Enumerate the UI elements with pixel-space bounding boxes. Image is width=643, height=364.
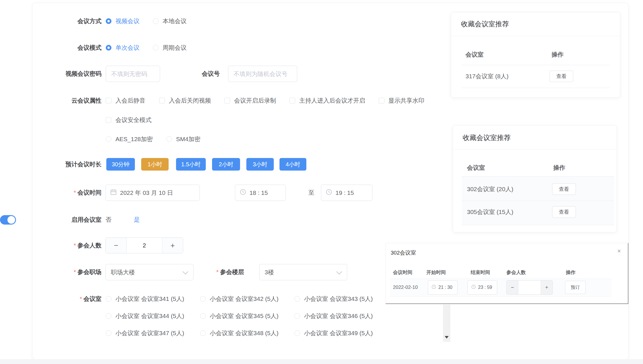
scrollbar-down-arrow-icon[interactable] xyxy=(445,336,449,339)
radio-icon[interactable] xyxy=(106,313,111,319)
checkbox-icon[interactable] xyxy=(106,117,111,123)
start-time-picker[interactable]: 18 : 15 xyxy=(235,185,286,201)
duration-30min-button[interactable]: 30分钟 xyxy=(106,158,135,171)
radio-icon[interactable] xyxy=(106,330,111,336)
favorites-top-col-room: 会议室 xyxy=(466,51,484,59)
radio-icon[interactable] xyxy=(166,136,172,142)
checkbox-share-watermark[interactable]: 显示共享水印 xyxy=(379,97,424,105)
enable-room-no-label-wrap: 否 xyxy=(105,216,111,224)
required-mark: * xyxy=(74,189,76,196)
page: 会议方式 视频会议 本地会议 会议模式 单次会议 周期会议 视频会议密码 会议号… xyxy=(0,0,643,364)
room-option-label: 小会议室 会议室348 (5人) xyxy=(210,329,278,337)
radio-icon[interactable] xyxy=(294,330,300,336)
popup-start-time-value: 21 : 30 xyxy=(438,285,452,290)
duration-3h-button[interactable]: 3小时 xyxy=(246,158,274,171)
radio-single-meeting[interactable]: 单次会议 xyxy=(106,44,139,52)
popup-title: 302会议室 xyxy=(391,249,416,257)
scrollbar-track[interactable] xyxy=(443,305,450,342)
radio-icon[interactable] xyxy=(106,136,111,142)
workplace-select[interactable]: 职场大楼 xyxy=(105,264,193,280)
meeting-no-input[interactable] xyxy=(228,66,297,82)
cloud-attrs-label: 云会议属性 xyxy=(71,97,101,105)
radio-room-347[interactable]: 小会议室 会议室347 (5人) xyxy=(106,329,184,337)
radio-single-meeting-label: 单次会议 xyxy=(115,44,139,52)
view-room-317-button[interactable]: 查看 xyxy=(550,71,573,82)
workplace-label-text: 参会职场 xyxy=(77,269,101,275)
meeting-time-label-text: 会议时间 xyxy=(77,189,101,196)
radio-room-345[interactable]: 小会议室 会议室345 (5人) xyxy=(200,312,278,320)
room-option-label: 小会议室 会议室347 (5人) xyxy=(115,329,184,337)
page-bottom-strip xyxy=(0,359,643,364)
popup-end-time-picker[interactable]: 23 : 59 xyxy=(468,280,497,295)
radio-room-346[interactable]: 小会议室 会议室346 (5人) xyxy=(294,312,373,320)
checkbox-video-off-on-join[interactable]: 入会后关闭视频 xyxy=(159,97,211,105)
floor-select[interactable]: 3楼 xyxy=(259,264,347,280)
radio-room-343[interactable]: 小会议室 会议室343 (5人) xyxy=(294,295,373,303)
radio-cycle-meeting[interactable]: 周期会议 xyxy=(153,44,187,52)
checkbox-label: 会议开启后录制 xyxy=(234,97,276,105)
date-picker[interactable]: 2022 年 03 月 10 日 xyxy=(105,185,200,201)
room-option-label: 小会议室 会议室341 (5人) xyxy=(115,295,184,303)
favorites-bottom-col-room: 会议室 xyxy=(467,164,485,172)
checkbox-icon[interactable] xyxy=(159,98,165,103)
attendees-minus-button[interactable]: − xyxy=(106,238,127,253)
radio-icon[interactable] xyxy=(294,313,300,319)
radio-room-348[interactable]: 小会议室 会议室348 (5人) xyxy=(200,329,278,337)
checkbox-label: 入会后关闭视频 xyxy=(169,97,211,105)
room-label: *会议室 xyxy=(80,295,101,303)
popup-attendees-plus-button[interactable]: + xyxy=(541,281,552,294)
close-icon[interactable]: × xyxy=(617,248,621,254)
duration-1h-button[interactable]: 1小时 xyxy=(141,158,169,171)
attendees-count-value[interactable]: 2 xyxy=(127,238,162,253)
checkbox-icon[interactable] xyxy=(289,98,295,103)
radio-video-meeting[interactable]: 视频会议 xyxy=(106,17,139,25)
checkbox-mute-on-join[interactable]: 入会后静音 xyxy=(106,97,145,105)
checkbox-record-on-start[interactable]: 会议开启后录制 xyxy=(224,97,276,105)
radio-sm4[interactable]: SM4加密 xyxy=(166,135,200,143)
radio-icon[interactable] xyxy=(200,313,206,319)
duration-4h-button[interactable]: 4小时 xyxy=(279,158,306,171)
checkbox-icon[interactable] xyxy=(106,98,111,103)
attendees-plus-button[interactable]: + xyxy=(162,238,183,253)
end-time-picker[interactable]: 19 : 15 xyxy=(321,185,372,201)
view-room-302-button[interactable]: 查看 xyxy=(552,183,576,195)
clock-icon xyxy=(471,285,476,290)
radio-aes128[interactable]: AES_128加密 xyxy=(106,135,153,143)
radio-selected-icon[interactable] xyxy=(106,45,111,51)
radio-icon[interactable] xyxy=(200,330,206,336)
checkbox-icon[interactable] xyxy=(379,98,384,103)
radio-icon[interactable] xyxy=(106,296,111,302)
book-room-button[interactable]: 预订 xyxy=(565,281,586,294)
checkbox-label: 显示共享水印 xyxy=(388,97,424,105)
radio-room-342[interactable]: 小会议室 会议室342 (5人) xyxy=(200,295,278,303)
enable-room-toggle[interactable] xyxy=(0,215,16,225)
duration-2h-button[interactable]: 2小时 xyxy=(212,158,240,171)
radio-room-341[interactable]: 小会议室 会议室341 (5人) xyxy=(106,295,184,303)
radio-icon[interactable] xyxy=(153,45,159,51)
radio-selected-icon[interactable] xyxy=(106,18,111,24)
popup-start-time-picker[interactable]: 21 : 30 xyxy=(428,280,458,295)
popup-col-action: 操作 xyxy=(566,269,576,276)
radio-local-meeting[interactable]: 本地会议 xyxy=(153,17,187,25)
required-mark: * xyxy=(74,242,76,249)
radio-icon[interactable] xyxy=(153,18,159,24)
radio-room-349[interactable]: 小会议室 会议室349 (5人) xyxy=(294,329,373,337)
view-room-305-button[interactable]: 查看 xyxy=(552,206,576,218)
duration-1-5h-button[interactable]: 1.5小时 xyxy=(176,158,206,171)
attendees-label-text: 参会人数 xyxy=(77,242,101,249)
radio-sm4-label: SM4加密 xyxy=(176,135,200,143)
popup-attendees-minus-button[interactable]: − xyxy=(507,281,518,294)
checkbox-host-starts-meeting[interactable]: 主持人进入后会议才开启 xyxy=(289,97,365,105)
clock-icon xyxy=(326,189,332,197)
popup-attendees-input[interactable] xyxy=(518,280,541,295)
video-password-input[interactable] xyxy=(106,66,160,82)
radio-icon[interactable] xyxy=(200,296,206,302)
chevron-down-icon xyxy=(336,269,342,274)
radio-icon[interactable] xyxy=(294,296,300,302)
checkbox-icon[interactable] xyxy=(224,98,230,103)
workplace-label: *参会职场 xyxy=(74,268,101,276)
floor-value: 3楼 xyxy=(265,268,274,276)
radio-room-344[interactable]: 小会议室 会议室344 (5人) xyxy=(106,312,184,320)
checkbox-safe-mode[interactable]: 会议安全模式 xyxy=(106,116,151,124)
radio-cycle-meeting-label: 周期会议 xyxy=(163,44,187,52)
